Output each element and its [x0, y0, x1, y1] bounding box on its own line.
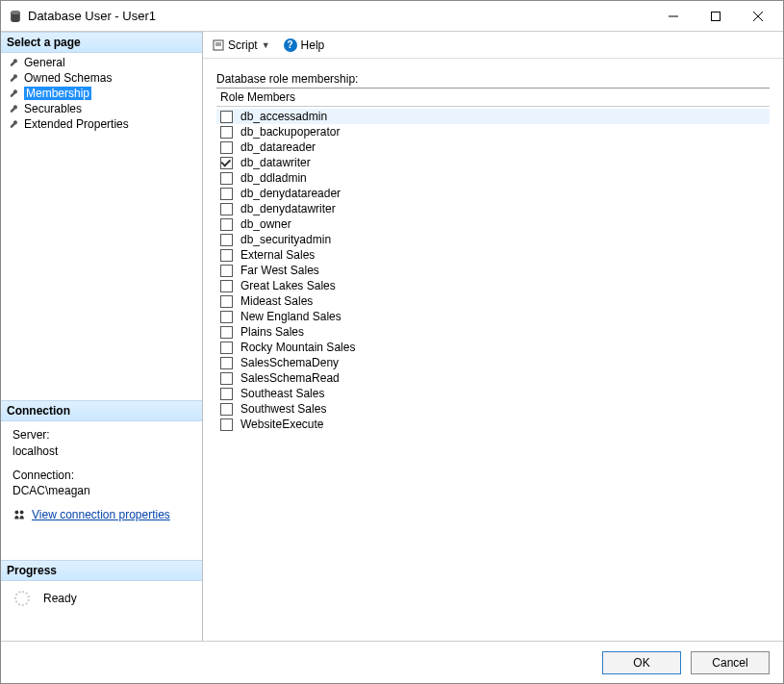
- role-checkbox[interactable]: [220, 249, 233, 262]
- role-column-header: Role Members: [216, 89, 770, 107]
- help-label: Help: [301, 38, 325, 52]
- role-label: Far West Sales: [240, 264, 319, 277]
- role-item[interactable]: Plains Sales: [216, 324, 770, 340]
- connection-label: Connection:: [13, 468, 194, 484]
- role-list-box: Role Members db_accessadmindb_backupoper…: [216, 88, 770, 434]
- role-checkbox[interactable]: [220, 126, 233, 139]
- role-checkbox[interactable]: [220, 418, 233, 431]
- ok-button[interactable]: OK: [602, 651, 681, 674]
- page-item-label: Securables: [24, 102, 82, 115]
- role-item[interactable]: db_owner: [216, 216, 770, 232]
- role-item[interactable]: Southeast Sales: [216, 386, 770, 401]
- cancel-button[interactable]: Cancel: [691, 651, 770, 674]
- role-label: Rocky Mountain Sales: [240, 341, 355, 354]
- progress-status: Ready: [43, 592, 77, 605]
- role-label: Southwest Sales: [240, 402, 326, 416]
- role-item[interactable]: db_backupoperator: [216, 124, 770, 139]
- page-item[interactable]: Membership: [1, 86, 202, 101]
- database-icon: [9, 10, 22, 23]
- sidebar: Select a page GeneralOwned SchemasMember…: [1, 32, 203, 641]
- role-item[interactable]: WebsiteExecute: [216, 417, 770, 432]
- role-item[interactable]: db_datareader: [216, 139, 770, 155]
- page-item[interactable]: Extended Properties: [1, 116, 202, 132]
- page-item-label: Owned Schemas: [24, 71, 112, 85]
- role-checkbox[interactable]: [220, 172, 233, 185]
- role-item[interactable]: Great Lakes Sales: [216, 278, 770, 293]
- role-item[interactable]: db_securityadmin: [216, 232, 770, 247]
- help-icon: ?: [284, 38, 297, 52]
- role-item[interactable]: Southwest Sales: [216, 401, 770, 417]
- role-label: SalesSchemaRead: [240, 371, 340, 385]
- wrench-icon: [9, 119, 18, 129]
- role-item[interactable]: db_denydatawriter: [216, 201, 770, 216]
- window-title: Database User - User1: [22, 9, 652, 23]
- role-checkbox[interactable]: [220, 234, 233, 246]
- role-item[interactable]: Rocky Mountain Sales: [216, 340, 770, 355]
- page-item[interactable]: Owned Schemas: [1, 70, 202, 86]
- wrench-icon: [9, 104, 18, 114]
- role-checkbox[interactable]: [220, 295, 233, 308]
- role-item[interactable]: New England Sales: [216, 309, 770, 324]
- role-label: db_owner: [240, 217, 291, 231]
- role-checkbox[interactable]: [220, 403, 233, 416]
- role-label: External Sales: [240, 248, 315, 262]
- page-item[interactable]: General: [1, 55, 202, 70]
- help-button[interactable]: ? Help: [284, 38, 325, 52]
- role-label: Southeast Sales: [240, 387, 324, 400]
- role-checkbox[interactable]: [220, 357, 233, 369]
- progress-section: Progress Ready: [1, 560, 202, 616]
- role-item[interactable]: SalesSchemaRead: [216, 370, 770, 386]
- role-list: db_accessadmindb_backupoperatordb_datare…: [216, 107, 770, 434]
- role-checkbox[interactable]: [220, 388, 233, 400]
- minimize-button[interactable]: [652, 2, 695, 31]
- role-checkbox[interactable]: [220, 372, 233, 385]
- page-item-label: Extended Properties: [24, 117, 129, 131]
- svg-point-7: [20, 510, 24, 514]
- role-label: db_securityadmin: [240, 233, 331, 246]
- role-checkbox[interactable]: [220, 311, 233, 323]
- role-item[interactable]: db_accessadmin: [216, 109, 770, 124]
- connection-header: Connection: [1, 400, 202, 421]
- role-checkbox[interactable]: [220, 203, 233, 215]
- cancel-label: Cancel: [712, 656, 747, 670]
- role-checkbox[interactable]: [220, 111, 233, 123]
- dialog-window: Database User - User1 Select a page Gene…: [0, 0, 784, 684]
- role-checkbox[interactable]: [220, 218, 233, 231]
- script-dropdown[interactable]: Script ▼: [213, 38, 270, 52]
- connection-icon: [13, 509, 26, 522]
- maximize-button[interactable]: [695, 2, 737, 31]
- progress-spinner-icon: [14, 591, 30, 606]
- role-checkbox[interactable]: [220, 188, 233, 200]
- page-item-label: Membership: [24, 87, 91, 100]
- role-checkbox[interactable]: [220, 141, 233, 154]
- role-checkbox[interactable]: [220, 342, 233, 354]
- page-list: GeneralOwned SchemasMembershipSecurables…: [1, 53, 202, 139]
- role-checkbox[interactable]: [220, 280, 233, 292]
- wrench-icon: [9, 73, 18, 83]
- role-item[interactable]: External Sales: [216, 247, 770, 263]
- page-item[interactable]: Securables: [1, 101, 202, 116]
- role-label: SalesSchemaDeny: [240, 356, 339, 369]
- dialog-body: Select a page GeneralOwned SchemasMember…: [1, 32, 783, 641]
- role-item[interactable]: SalesSchemaDeny: [216, 355, 770, 370]
- main-panel: Script ▼ ? Help Database role membership…: [203, 32, 783, 641]
- role-label: db_datawriter: [240, 156, 311, 169]
- role-item[interactable]: db_denydatareader: [216, 186, 770, 201]
- role-label: Plains Sales: [240, 325, 304, 339]
- role-item[interactable]: Far West Sales: [216, 263, 770, 278]
- role-label: db_ddladmin: [240, 171, 307, 185]
- role-label: db_denydatareader: [240, 187, 341, 200]
- connection-section: Connection Server: localhost Connection:…: [1, 400, 202, 531]
- role-item[interactable]: db_datawriter: [216, 155, 770, 170]
- role-item[interactable]: db_ddladmin: [216, 170, 770, 186]
- role-item[interactable]: Mideast Sales: [216, 293, 770, 309]
- role-checkbox[interactable]: [220, 265, 233, 277]
- role-label: Great Lakes Sales: [240, 279, 336, 292]
- role-membership-label: Database role membership:: [216, 72, 770, 86]
- wrench-icon: [9, 89, 18, 98]
- role-checkbox[interactable]: [220, 157, 233, 169]
- role-checkbox[interactable]: [220, 326, 233, 339]
- toolbar: Script ▼ ? Help: [203, 32, 783, 59]
- view-connection-properties-link[interactable]: View connection properties: [32, 507, 170, 523]
- close-button[interactable]: [737, 2, 779, 31]
